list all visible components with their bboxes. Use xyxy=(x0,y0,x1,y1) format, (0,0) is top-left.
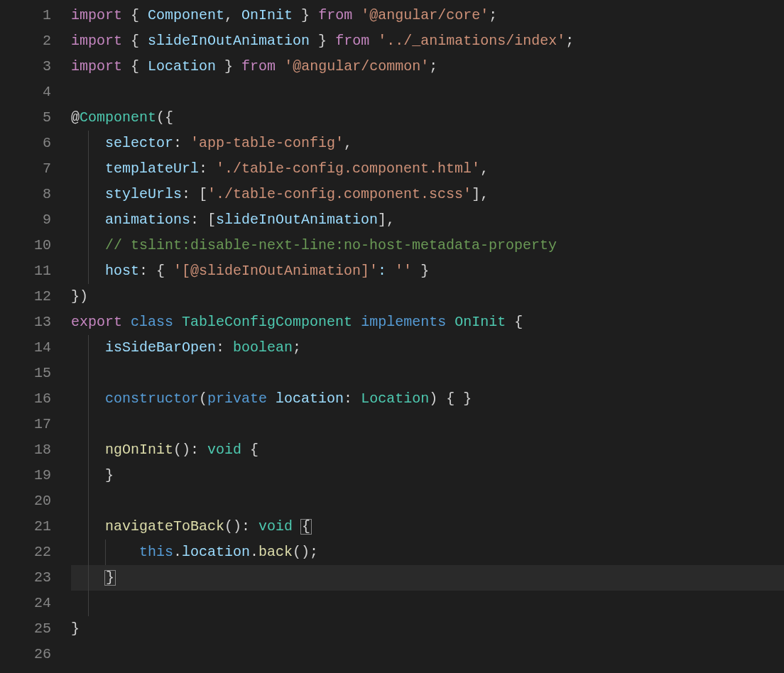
code-line[interactable]: selector: 'app-table-config', xyxy=(71,131,784,156)
string-literal: '@angular/common' xyxy=(284,58,429,75)
keyword-export: export xyxy=(71,314,122,330)
bracket-match-close: } xyxy=(104,570,116,586)
property: host xyxy=(105,263,139,279)
string-literal: '@angular/core' xyxy=(361,7,489,23)
identifier: slideInOutAnimation xyxy=(148,33,310,49)
identifier: Component xyxy=(148,7,224,23)
code-line[interactable]: host: { '[@slideInOutAnimation]': '' } xyxy=(71,258,784,284)
line-number: 5 xyxy=(0,105,51,131)
keyword-from: from xyxy=(241,58,276,75)
code-line[interactable]: } xyxy=(71,616,784,642)
property: location xyxy=(182,544,250,560)
line-number: 20 xyxy=(0,488,51,514)
code-line[interactable]: import { Component, OnInit } from '@angu… xyxy=(71,3,784,28)
code-line[interactable] xyxy=(71,361,784,386)
decorator-name: Component xyxy=(80,109,156,126)
keyword-constructor: constructor xyxy=(105,390,199,407)
bracket-match-open: { xyxy=(300,519,312,535)
string-literal: '../_animations/index' xyxy=(378,33,565,49)
keyword-implements: implements xyxy=(361,314,446,330)
line-number: 1 xyxy=(0,3,51,28)
code-line[interactable]: ngOnInit(): void { xyxy=(71,437,784,463)
code-line[interactable] xyxy=(71,80,784,105)
string-literal: '[@slideInOutAnimation]' xyxy=(173,263,378,279)
line-number: 17 xyxy=(0,412,51,437)
interface-name: OnInit xyxy=(454,314,506,330)
code-line[interactable] xyxy=(71,412,784,437)
keyword-class: class xyxy=(131,314,173,330)
line-number: 9 xyxy=(0,207,51,233)
code-line[interactable] xyxy=(71,488,784,514)
type: void xyxy=(258,518,293,535)
class-name: TableConfigComponent xyxy=(182,314,352,330)
keyword-private: private xyxy=(207,390,267,407)
property: styleUrls xyxy=(105,186,182,202)
keyword-from: from xyxy=(318,7,352,23)
code-line[interactable]: import { slideInOutAnimation } from '../… xyxy=(71,28,784,54)
type: boolean xyxy=(233,339,293,356)
keyword-import: import xyxy=(71,33,122,49)
keyword-import: import xyxy=(71,58,122,75)
code-line[interactable]: constructor(private location: Location) … xyxy=(71,386,784,412)
code-line-active[interactable]: } xyxy=(71,565,784,591)
code-line[interactable]: templateUrl: './table-config.component.h… xyxy=(71,156,784,182)
identifier: OnInit xyxy=(241,7,293,23)
code-content[interactable]: import { Component, OnInit } from '@angu… xyxy=(71,3,784,673)
method-call: back xyxy=(258,544,293,560)
line-number: 21 xyxy=(0,514,51,540)
property: selector xyxy=(105,135,173,151)
property: isSideBarOpen xyxy=(105,339,216,356)
code-line[interactable]: animations: [slideInOutAnimation], xyxy=(71,207,784,233)
string-literal: './table-config.component.html' xyxy=(216,160,480,177)
string-literal: '' xyxy=(395,263,412,279)
parameter: location xyxy=(276,390,344,407)
line-number: 6 xyxy=(0,131,51,156)
line-number: 13 xyxy=(0,310,51,335)
line-number: 12 xyxy=(0,284,51,310)
line-number: 4 xyxy=(0,80,51,105)
line-number: 15 xyxy=(0,361,51,386)
identifier: slideInOutAnimation xyxy=(216,212,378,228)
type: void xyxy=(207,442,241,458)
code-line[interactable]: export class TableConfigComponent implem… xyxy=(71,310,784,335)
code-line[interactable]: }) xyxy=(71,284,784,310)
line-number: 16 xyxy=(0,386,51,412)
line-number-gutter: 1 2 3 4 5 6 7 8 9 10 11 12 13 14 15 16 1… xyxy=(0,3,71,673)
code-line[interactable]: isSideBarOpen: boolean; xyxy=(71,335,784,361)
code-line[interactable] xyxy=(71,642,784,667)
line-number: 10 xyxy=(0,233,51,258)
code-line[interactable]: import { Location } from '@angular/commo… xyxy=(71,54,784,80)
method-name: ngOnInit xyxy=(105,442,173,458)
identifier: Location xyxy=(148,58,216,75)
code-line[interactable]: styleUrls: ['./table-config.component.sc… xyxy=(71,182,784,207)
comment: // tslint:disable-next-line:no-host-meta… xyxy=(105,237,557,253)
code-line[interactable]: navigateToBack(): void { xyxy=(71,514,784,540)
string-literal: 'app-table-config' xyxy=(190,135,344,151)
line-number: 19 xyxy=(0,463,51,488)
line-number: 23 xyxy=(0,565,51,591)
line-number: 14 xyxy=(0,335,51,361)
type: Location xyxy=(361,390,429,407)
line-number: 8 xyxy=(0,182,51,207)
code-line[interactable]: // tslint:disable-next-line:no-host-meta… xyxy=(71,233,784,258)
line-number: 7 xyxy=(0,156,51,182)
string-literal: './table-config.component.scss' xyxy=(207,186,472,202)
line-number: 22 xyxy=(0,540,51,565)
line-number: 2 xyxy=(0,28,51,54)
decorator-at: @ xyxy=(71,109,80,126)
property: templateUrl xyxy=(105,160,199,177)
code-line[interactable]: @Component({ xyxy=(71,105,784,131)
code-line[interactable] xyxy=(71,591,784,616)
code-editor[interactable]: 1 2 3 4 5 6 7 8 9 10 11 12 13 14 15 16 1… xyxy=(0,0,784,673)
method-name: navigateToBack xyxy=(105,518,224,535)
line-number: 18 xyxy=(0,437,51,463)
property: animations xyxy=(105,212,190,228)
line-number: 26 xyxy=(0,642,51,667)
line-number: 25 xyxy=(0,616,51,642)
code-line[interactable]: } xyxy=(71,463,784,488)
keyword-from: from xyxy=(335,33,369,49)
line-number: 11 xyxy=(0,258,51,284)
keyword-import: import xyxy=(71,7,122,23)
line-number: 3 xyxy=(0,54,51,80)
code-line[interactable]: this.location.back(); xyxy=(71,540,784,565)
